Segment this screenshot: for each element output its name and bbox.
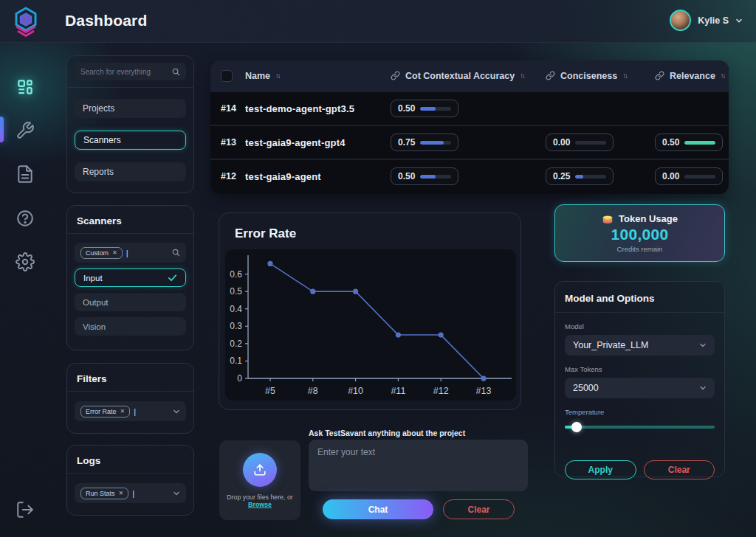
col-name: Name: [245, 71, 270, 81]
logs-select[interactable]: Run Stats✕ |: [75, 483, 186, 503]
nav-item-reports[interactable]: Reports: [75, 162, 186, 181]
table-row[interactable]: #14 test-demo-agent-gpt3.5 0.50: [210, 91, 729, 125]
scanners-card: Scanners Custom✕ | Input Output Vision: [66, 205, 194, 350]
svg-text:0.4: 0.4: [230, 304, 242, 314]
model-select[interactable]: Your_Private_LLM: [565, 335, 715, 356]
table-row[interactable]: #13 test-gaia9-agent-gpt4 0.75 0.00 0.50: [210, 125, 729, 159]
scanners-title: Scanners: [75, 212, 186, 233]
search-icon: [172, 68, 180, 76]
model-label: Model: [565, 322, 715, 330]
tag-custom: Custom✕: [80, 247, 123, 259]
table-body: #14 test-demo-agent-gpt3.5 0.50 #13 test…: [210, 91, 729, 193]
nav-card: Search for everything Projects Scanners …: [66, 55, 194, 193]
max-tokens-select[interactable]: 25000: [565, 378, 715, 398]
remove-tag-icon[interactable]: ✕: [119, 490, 124, 496]
scanner-item-vision[interactable]: Vision: [75, 317, 186, 336]
svg-text:0: 0: [237, 373, 242, 384]
drop-files-text: Drop your files here, or Browse: [219, 493, 300, 508]
wrench-icon[interactable]: [16, 121, 35, 140]
sidebar: [0, 43, 49, 537]
app-logo-icon[interactable]: [10, 6, 41, 38]
svg-text:#12: #12: [433, 386, 449, 396]
link-icon: [655, 71, 664, 80]
col-conciseness: Conciseness: [560, 71, 617, 81]
sort-icon[interactable]: ↑↓: [275, 72, 280, 80]
logout-icon[interactable]: [16, 500, 35, 519]
metric-pill: 0.00: [546, 134, 614, 151]
col-cot-accuracy: Cot Contextual Accuracy: [405, 71, 515, 81]
metric-pill: 0.50: [655, 134, 723, 151]
run-id: #14: [221, 103, 245, 114]
agent-name: test-gaia9-agent-gpt4: [245, 137, 391, 148]
svg-text:#13: #13: [476, 386, 492, 396]
token-usage-subtitle: Credits remain: [617, 245, 663, 253]
nav-item-scanners[interactable]: Scanners: [75, 131, 186, 150]
divider: [555, 312, 724, 313]
scanner-tag-input[interactable]: Custom✕ |: [75, 243, 186, 263]
error-rate-chart: 00.10.20.30.40.50.6#5#8#10#11#12#13: [225, 249, 516, 401]
svg-text:0.3: 0.3: [230, 321, 242, 331]
chevron-down-icon: [699, 342, 707, 349]
token-usage-card[interactable]: Token Usage 100,000 Credits remain: [554, 204, 725, 262]
svg-text:0.1: 0.1: [230, 356, 242, 366]
divider: [67, 87, 193, 88]
svg-text:#11: #11: [391, 386, 405, 396]
chat-input[interactable]: [309, 440, 528, 491]
nav-item-projects[interactable]: Projects: [75, 99, 186, 118]
remove-tag-icon[interactable]: ✕: [112, 249, 117, 256]
dashboard-grid-icon[interactable]: [16, 77, 35, 97]
user-menu[interactable]: Kylie S: [670, 10, 743, 31]
chevron-down-icon: [735, 17, 743, 24]
apply-button[interactable]: Apply: [565, 460, 636, 479]
search-icon: [172, 249, 180, 257]
max-tokens-label: Max Tokens: [565, 365, 715, 373]
browse-link[interactable]: Browse: [248, 501, 272, 508]
model-options-title: Model and Options: [565, 282, 715, 312]
sort-icon[interactable]: ↑↓: [721, 72, 725, 80]
coins-icon: [602, 214, 614, 224]
scanner-item-output[interactable]: Output: [75, 293, 186, 311]
tag-error-rate: Error Rate✕: [80, 406, 130, 418]
sort-icon[interactable]: ↑↓: [622, 72, 627, 80]
col-relevance: Relevance: [670, 71, 715, 81]
metric-pill: 0.75: [391, 134, 458, 151]
remove-tag-icon[interactable]: ✕: [120, 408, 126, 415]
divider: [67, 473, 193, 474]
link-icon: [391, 71, 400, 80]
user-name: Kylie S: [698, 15, 729, 26]
select-all-checkbox[interactable]: [221, 70, 233, 82]
chevron-down-icon: [173, 490, 180, 497]
metric-pill: 0.00: [655, 167, 723, 185]
clear-options-button[interactable]: Clear: [644, 460, 715, 479]
avatar[interactable]: [670, 10, 691, 31]
page-title: Dashboard: [65, 12, 148, 30]
table-header: Name↑↓ Cot Contextual Accuracy↑↓ Concise…: [210, 60, 729, 91]
document-icon[interactable]: [16, 164, 35, 184]
file-drop-zone[interactable]: Drop your files here, or Browse: [219, 440, 300, 520]
temperature-slider[interactable]: [565, 422, 715, 432]
svg-text:0.5: 0.5: [230, 286, 242, 297]
sort-icon[interactable]: ↑↓: [520, 72, 524, 80]
filters-title: Filters: [75, 370, 186, 391]
token-usage-title: Token Usage: [619, 213, 678, 224]
chat-caption: Ask TestSavant anything about the projec…: [309, 429, 465, 437]
chat-button[interactable]: Chat: [323, 499, 433, 519]
svg-text:0.2: 0.2: [230, 339, 242, 349]
upload-icon: [243, 453, 277, 487]
help-icon[interactable]: [16, 209, 35, 228]
settings-gear-icon[interactable]: [16, 252, 35, 271]
temperature-label: Temperature: [565, 408, 715, 416]
search-input[interactable]: Search for everything: [75, 63, 186, 80]
agent-name: test-demo-agent-gpt3.5: [245, 103, 391, 114]
clear-chat-button[interactable]: Clear: [443, 499, 515, 519]
scanner-item-input[interactable]: Input: [75, 268, 186, 287]
model-value: Your_Private_LLM: [573, 340, 648, 350]
temperature-slider-thumb[interactable]: [571, 422, 582, 432]
table-row[interactable]: #12 test-gaia9-agent 0.50 0.25 0.00: [210, 159, 729, 193]
run-id: #12: [221, 171, 245, 181]
divider: [67, 233, 193, 234]
filters-card: Filters Error Rate✕ |: [66, 363, 194, 434]
svg-text:0.6: 0.6: [230, 269, 242, 280]
check-icon: [168, 273, 177, 283]
filters-select[interactable]: Error Rate✕ |: [75, 401, 186, 421]
